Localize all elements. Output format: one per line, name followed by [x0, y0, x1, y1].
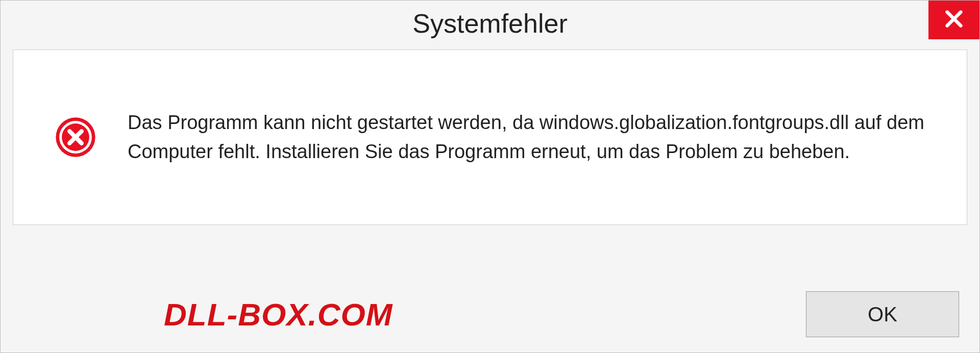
error-dialog: Systemfehler Das Programm kann nicht ges… [0, 0, 980, 353]
close-icon [944, 9, 964, 31]
footer: DLL-BOX.COM OK [1, 291, 979, 337]
ok-button[interactable]: OK [806, 291, 959, 337]
dialog-title: Systemfehler [412, 8, 567, 39]
close-button[interactable] [928, 1, 979, 39]
titlebar: Systemfehler [1, 1, 979, 46]
error-icon [54, 116, 97, 159]
watermark-text: DLL-BOX.COM [164, 296, 393, 333]
content-area: Das Programm kann nicht gestartet werden… [13, 49, 967, 225]
error-message: Das Programm kann nicht gestartet werden… [128, 108, 946, 166]
